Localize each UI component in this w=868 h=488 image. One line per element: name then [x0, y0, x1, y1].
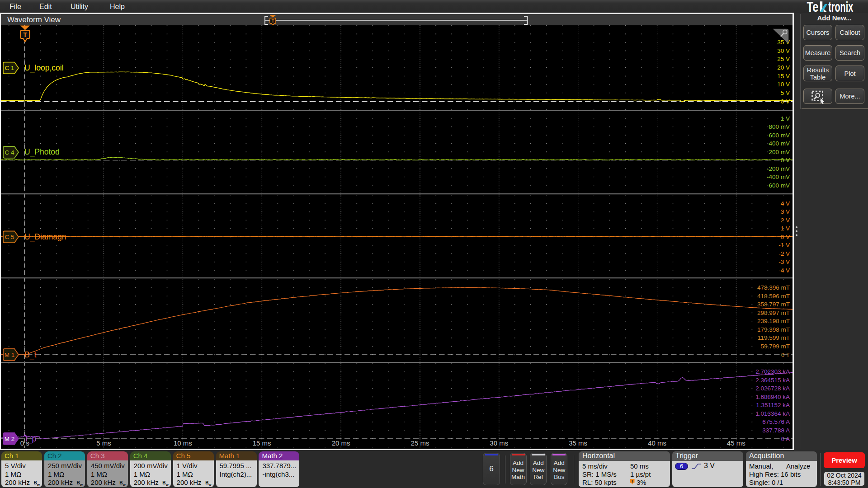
- svg-text:400 mV: 400 mV: [769, 140, 790, 147]
- svg-text:-1 V: -1 V: [778, 242, 790, 249]
- svg-text:U_Diamagn: U_Diamagn: [24, 232, 66, 242]
- svg-text:25 ms: 25 ms: [411, 439, 429, 447]
- svg-text:1.013364 kA: 1.013364 kA: [755, 410, 790, 417]
- svg-text:1.351152 kA: 1.351152 kA: [756, 402, 790, 408]
- svg-text:478.396 mT: 478.396 mT: [757, 284, 790, 291]
- svg-text:2 V: 2 V: [781, 217, 790, 224]
- svg-text:45 ms: 45 ms: [727, 439, 745, 447]
- svg-text:30 ms: 30 ms: [490, 439, 508, 447]
- svg-text:20 V: 20 V: [777, 64, 790, 71]
- svg-text:C 1: C 1: [5, 65, 14, 71]
- svg-text:5 ms: 5 ms: [96, 439, 111, 447]
- svg-text:-2 V: -2 V: [778, 250, 790, 257]
- svg-text:675.576 A: 675.576 A: [762, 418, 790, 425]
- svg-text:600 mV: 600 mV: [769, 132, 790, 139]
- svg-text:418.596 mT: 418.596 mT: [757, 293, 790, 300]
- svg-text:-200 mV: -200 mV: [767, 165, 790, 172]
- svg-text:4 V: 4 V: [781, 200, 790, 207]
- svg-text:15 V: 15 V: [777, 73, 790, 80]
- svg-text:U_Photod: U_Photod: [24, 147, 60, 157]
- svg-text:30 V: 30 V: [777, 47, 790, 54]
- svg-text:298.997 mT: 298.997 mT: [757, 310, 790, 316]
- svg-text:2.364515 kA: 2.364515 kA: [755, 377, 790, 384]
- svg-text:C 5: C 5: [5, 234, 14, 240]
- svg-text:2.026728 kA: 2.026728 kA: [755, 385, 790, 392]
- svg-text:15 ms: 15 ms: [253, 439, 271, 447]
- svg-text:3 V: 3 V: [781, 208, 790, 215]
- svg-text:T: T: [631, 479, 634, 483]
- svg-text:0 T: 0 T: [781, 352, 790, 358]
- svg-text:40 ms: 40 ms: [648, 439, 666, 447]
- svg-text:25 V: 25 V: [777, 56, 790, 62]
- svg-text:tronix: tronix: [828, 0, 853, 13]
- svg-text:20 ms: 20 ms: [332, 439, 350, 447]
- svg-text:M 1: M 1: [5, 352, 15, 358]
- svg-text:T: T: [271, 19, 274, 23]
- svg-text:179.398 mT: 179.398 mT: [757, 326, 790, 333]
- svg-text:U_loop,coil: U_loop,coil: [24, 63, 64, 73]
- svg-text:200 mV: 200 mV: [769, 149, 790, 155]
- svg-text:1 V: 1 V: [781, 225, 790, 232]
- svg-text:337.788 A: 337.788 A: [762, 427, 790, 434]
- svg-text:M 2: M 2: [5, 436, 15, 442]
- svg-text:2.702303 kA: 2.702303 kA: [755, 368, 790, 375]
- svg-text:10 ms: 10 ms: [174, 439, 192, 447]
- svg-text:119.599 mT: 119.599 mT: [758, 334, 790, 341]
- svg-text:10 V: 10 V: [777, 81, 790, 88]
- svg-text:239.198 mT: 239.198 mT: [757, 318, 790, 324]
- svg-text:1.688940 kA: 1.688940 kA: [755, 394, 790, 400]
- svg-text:5 V: 5 V: [781, 89, 790, 96]
- svg-text:I_p: I_p: [25, 434, 36, 444]
- svg-text:Te: Te: [807, 0, 818, 13]
- svg-text:59.799 mT: 59.799 mT: [760, 343, 790, 350]
- svg-text:B_t: B_t: [24, 350, 36, 360]
- svg-text:800 mV: 800 mV: [769, 123, 790, 130]
- svg-text:-4 V: -4 V: [778, 267, 790, 274]
- svg-text:T: T: [23, 31, 27, 38]
- svg-text:-3 V: -3 V: [778, 258, 790, 265]
- svg-text:35 ms: 35 ms: [569, 439, 587, 447]
- svg-text:0 V: 0 V: [781, 234, 790, 240]
- svg-text:0 A: 0 A: [781, 436, 790, 442]
- svg-text:C 4: C 4: [5, 149, 14, 156]
- svg-text:-600 mV: -600 mV: [767, 182, 790, 189]
- svg-text:358.797 mT: 358.797 mT: [757, 301, 790, 308]
- svg-text:1 V: 1 V: [781, 115, 790, 122]
- svg-text:-400 mV: -400 mV: [767, 174, 790, 180]
- svg-text:0 V: 0 V: [781, 98, 790, 105]
- svg-text:0 V: 0 V: [781, 157, 790, 164]
